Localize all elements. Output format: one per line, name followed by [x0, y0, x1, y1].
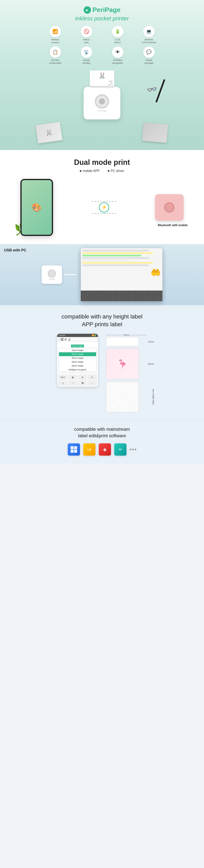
wireless-icon: 📶 — [50, 26, 61, 37]
label-50mm-container: 🦩 50mm — [106, 349, 147, 379]
printer-scene: 熊 🐰 callmeNo.1 PeriPage 👓 🐰 — [31, 68, 173, 146]
shape-tool[interactable]: ◻ — [58, 381, 67, 385]
back-icon[interactable]: ‹ — [59, 338, 60, 341]
print-icon[interactable]: 🖨 — [68, 338, 70, 341]
message-label: instantmessage — [144, 59, 153, 65]
pink-printer — [155, 194, 183, 221]
dot-1 — [130, 449, 132, 450]
dropdown-40mm[interactable]: 40mm height — [59, 360, 96, 364]
dropdown-15mm[interactable]: 15mm height — [59, 348, 96, 352]
app-toolbar[interactable]: ‹ 🖼 ⚙ 🖨 — [57, 337, 98, 342]
battery-label: Li-ionbuilt in — [114, 38, 121, 44]
settings-icon[interactable]: ⚙ — [64, 338, 67, 341]
usb-section: USB with PC PeriPage 🤲 — [0, 244, 204, 305]
laptop-screen: 🤲 — [81, 248, 163, 290]
label-diagram-1: 53mm 15mm 🦩 50mm any height label — [106, 334, 147, 412]
phone-area: 🌿 🎨 — [20, 179, 53, 236]
usb-cable — [64, 274, 77, 275]
ocr-icon: 👁 — [112, 46, 123, 58]
peripage-logo-icon — [84, 6, 91, 14]
text-line-5 — [82, 259, 129, 261]
software-icon-2: LS — [83, 443, 95, 456]
usb-label: USB with PC — [4, 248, 26, 252]
text-line-4 — [82, 257, 149, 259]
laptop-scene: PeriPage 🤲 — [4, 248, 200, 301]
line-tool[interactable]: — — [68, 381, 77, 385]
dual-mode-section: Dual mode print mobile APP PC driver 🌿 🎨… — [0, 150, 204, 244]
printer-body: PeriPage — [84, 87, 120, 119]
svg-rect-3 — [74, 450, 77, 453]
label-title: compatible with any height label — [4, 313, 200, 320]
dim-50mm: 50mm — [148, 363, 154, 365]
glasses-decoration: 👓 — [146, 84, 158, 95]
dropdown-50mm[interactable]: 50mm height — [59, 364, 96, 368]
printer-lens — [95, 94, 109, 108]
photo-right — [142, 122, 168, 143]
template-tool[interactable]: ⊞ — [78, 375, 87, 380]
inkless-icon: 🚫 — [81, 26, 92, 37]
software-section: compatible with mainstream label edit&pr… — [0, 420, 204, 464]
paper-output: 🐰 callmeNo.1 — [90, 70, 114, 87]
phone-mockup: 🎨 — [20, 179, 53, 236]
text-tool[interactable]: TEXT — [58, 375, 67, 380]
bullet-mobile-app: mobile APP — [80, 169, 99, 173]
bluetooth-mobile-label: Bluetooth with mobile — [158, 223, 188, 227]
any-height-label — [106, 382, 139, 412]
phone-screen: 🎨 — [22, 180, 52, 235]
software-icon-1 — [68, 443, 80, 456]
image-tool[interactable]: 🖼 — [78, 381, 87, 385]
height-badge: 25mm height — [71, 345, 84, 347]
software-subtitle: label edit&print software — [4, 433, 200, 438]
hero-section: PeriPage inkless pocket printer 📶 wirele… — [0, 0, 204, 150]
richtext-label: rich text& wise label — [49, 59, 61, 65]
usb-printer-label: PeriPage — [49, 279, 55, 280]
dual-mode-title: Dual mode print — [4, 158, 200, 167]
remote-label: remoteprinting — [83, 59, 90, 65]
brand-name: PeriPage — [93, 6, 121, 14]
label-icon-3: ◈ — [103, 446, 107, 452]
bullet-dot-2 — [108, 170, 109, 172]
typing-hands: 🤲 — [82, 267, 161, 277]
text-line-6 — [82, 262, 153, 264]
qr-tool[interactable]: ⊡ — [88, 375, 97, 380]
feature-wireless: 📶 wirelessconnect — [41, 26, 69, 44]
label-software-icon-1 — [70, 446, 78, 453]
label-icon-4: ✏ — [119, 447, 122, 452]
usb-printer: PeriPage — [41, 266, 62, 284]
laptop-keyboard — [81, 290, 163, 301]
feature-richtext: 📋 rich text& wise label — [41, 46, 69, 65]
barcode-tool[interactable]: ▦ — [68, 375, 77, 380]
pc-driver-label: PC driver — [111, 169, 124, 173]
software-icon-4: ✏ — [114, 443, 126, 456]
dim-line-right — [130, 335, 147, 335]
dropdown-intelligent[interactable]: intelligent recognize — [59, 368, 96, 372]
dim-line-left — [106, 335, 123, 335]
feature-message: 💬 instantmessage — [135, 46, 163, 65]
dropdown-25mm[interactable]: 25mm height — [59, 352, 96, 356]
width-53mm: 53mm — [123, 334, 130, 336]
os-icon: 💻 — [143, 26, 155, 37]
label-subtitle: APP prints label — [4, 321, 200, 328]
height-dropdown[interactable]: 15mm height 25mm height 30mm height 40mm… — [59, 348, 96, 372]
text-line-2 — [82, 252, 153, 254]
pink-printer-area: Bluetooth with mobile — [155, 194, 183, 221]
label-section: compatible with any height label APP pri… — [0, 305, 204, 420]
image-icon[interactable]: 🖼 — [61, 338, 63, 341]
svg-rect-0 — [70, 446, 74, 449]
label-demo-container: 3:01PM 📶🔋 ‹ 🖼 ⚙ 🖨 25mm height 15mm heigh… — [4, 334, 200, 412]
laptop-mockup: 🤲 — [81, 248, 163, 301]
usb-printer-lens — [48, 270, 56, 278]
logo-area: PeriPage — [4, 6, 200, 14]
feature-remote: 📡 remoteprinting — [72, 46, 101, 65]
arrow-line — [92, 201, 116, 202]
label-flamingo: 🦩 — [106, 349, 139, 379]
text-line-7 — [82, 265, 149, 266]
text-line-3 — [82, 255, 141, 256]
dot-3 — [135, 449, 136, 450]
app-status-icons: 📶🔋 — [92, 334, 96, 336]
label-15mm-container: 15mm — [106, 337, 147, 346]
feature-inkless: 🚫 inklessprint — [72, 26, 101, 44]
dual-mode-bullets: mobile APP PC driver — [4, 169, 200, 173]
dropdown-30mm[interactable]: 30mm height — [59, 356, 96, 360]
more-tool[interactable]: … — [88, 381, 97, 385]
